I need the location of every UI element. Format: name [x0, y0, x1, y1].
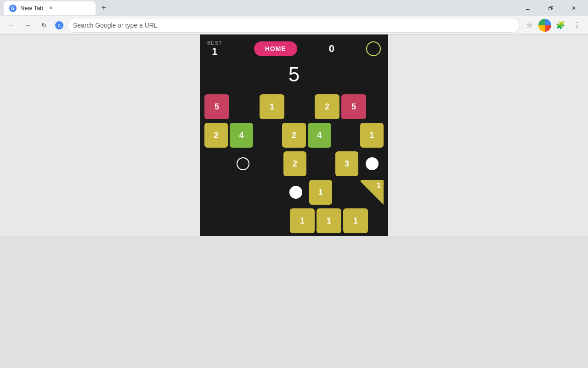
tab-close-button[interactable]: ✕: [47, 5, 54, 12]
forward-button[interactable]: →: [20, 18, 35, 33]
new-tab-button[interactable]: +: [97, 2, 110, 15]
page-content: BEST 1 HOME 0 5 5 1: [0, 34, 588, 236]
block-red-5-r0c5[interactable]: 5: [341, 94, 366, 119]
reload-button[interactable]: ↻: [37, 18, 51, 33]
google-tab-icon: G: [9, 5, 17, 12]
block-yellow-2-r0[interactable]: 2: [315, 94, 339, 119]
close-button[interactable]: ✕: [563, 0, 584, 16]
block-yellow-2-r1c0[interactable]: 2: [204, 123, 228, 148]
block-yellow-1-r0[interactable]: 1: [260, 94, 284, 119]
bookmark-button[interactable]: ☆: [522, 18, 537, 33]
empty-cell-r0c3: [286, 94, 313, 119]
extensions-button[interactable]: 🧩: [553, 18, 568, 33]
minimize-button[interactable]: 🗕: [517, 0, 538, 16]
game-container: BEST 1 HOME 0 5 5 1: [200, 34, 388, 236]
block-yellow-1-r4c5[interactable]: 1: [343, 208, 368, 233]
browser-window: G New Tab ✕ + 🗕 🗗 ✕ ← → ↻ G Search Googl…: [0, 0, 588, 236]
svg-text:G: G: [11, 6, 15, 11]
block-yellow-1-r1c6[interactable]: 1: [360, 123, 384, 148]
empty-cell-r3c0: [204, 180, 229, 205]
game-row-1: 2 4 2 4 1: [204, 122, 384, 149]
level-number: 5: [288, 63, 300, 86]
block-yellow-1-r3c4[interactable]: 1: [309, 180, 332, 205]
current-score: 0: [329, 43, 334, 55]
block-yellow-2-r1c3[interactable]: 2: [282, 123, 305, 148]
ball-empty-circle: [237, 157, 249, 170]
profile-icon[interactable]: [538, 19, 551, 32]
empty-cell-r4c1: [233, 208, 260, 233]
best-score-section: BEST 1: [207, 40, 222, 58]
empty-cell-r4c0: [204, 208, 231, 233]
address-text: Search Google or type a URL: [73, 22, 158, 29]
block-green-4-r1c1[interactable]: 4: [230, 123, 253, 148]
empty-cell-r3c5: [334, 180, 359, 205]
triangle-value: 1: [377, 182, 381, 190]
toolbar-right: ☆ 🧩 ⋮: [522, 18, 584, 33]
block-yellow-3-r2c5[interactable]: 3: [335, 151, 359, 176]
empty-cell-r3c1: [231, 180, 256, 205]
ball-filled-circle: [366, 157, 379, 170]
back-button[interactable]: ←: [4, 18, 18, 33]
game-row-2: 2 3: [204, 150, 384, 177]
empty-cell-r4c2: [261, 208, 288, 233]
restore-button[interactable]: 🗗: [540, 0, 561, 16]
google-logo-icon: G: [55, 21, 63, 29]
title-bar: G New Tab ✕ + 🗕 🗗 ✕: [0, 0, 588, 16]
home-button[interactable]: HOME: [254, 41, 297, 56]
life-indicator: [366, 41, 381, 56]
svg-text:G: G: [57, 23, 61, 28]
best-label: BEST: [207, 40, 222, 46]
block-red-5-r0[interactable]: 5: [204, 94, 229, 119]
block-yellow-1-r4c3[interactable]: 1: [290, 208, 315, 233]
block-triangle-r3c6[interactable]: 1: [361, 180, 384, 205]
empty-cell-r0c1: [231, 94, 258, 119]
browser-toolbar: ← → ↻ G Search Google or type a URL ☆ 🧩 …: [0, 16, 588, 34]
tab-title: New Tab: [20, 5, 43, 12]
empty-cell-r2c2: [256, 151, 281, 176]
browser-tab[interactable]: G New Tab ✕: [4, 1, 96, 15]
block-yellow-1-r4c4[interactable]: 1: [317, 208, 341, 233]
game-row-0: 5 1 2 5: [204, 93, 384, 120]
ball-empty-r2: [231, 151, 254, 176]
game-row-4: 1 1 1: [204, 207, 384, 234]
empty-cell-r1c2: [255, 123, 280, 148]
ball-filled-circle-r3: [289, 186, 302, 199]
window-controls: 🗕 🗗 ✕: [517, 0, 584, 16]
menu-button[interactable]: ⋮: [570, 18, 584, 33]
empty-cell-r2c0: [204, 151, 229, 176]
game-header: BEST 1 HOME 0: [200, 34, 388, 61]
best-score-value: 1: [212, 46, 217, 58]
empty-cell-r3c2: [258, 180, 283, 205]
block-yellow-2-r2c3[interactable]: 2: [283, 151, 307, 176]
ball-filled-r2c6: [360, 151, 384, 176]
address-bar[interactable]: Search Google or type a URL: [67, 18, 520, 33]
empty-cell-r1c5: [333, 123, 358, 148]
block-green-4-r1c4[interactable]: 4: [308, 123, 331, 148]
game-board[interactable]: 5 1 2 5 2 4 2 4 1: [200, 93, 388, 236]
ball-filled-r3c3: [284, 180, 307, 205]
game-row-3: 1 1: [204, 179, 384, 206]
empty-cell-r2c4: [308, 151, 333, 176]
